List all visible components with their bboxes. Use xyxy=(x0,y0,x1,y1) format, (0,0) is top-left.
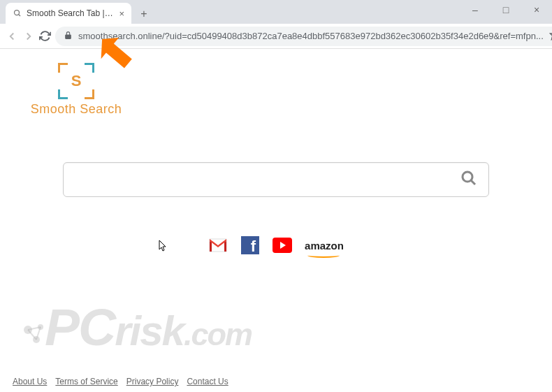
cursor-icon xyxy=(159,240,168,254)
youtube-link[interactable] xyxy=(273,235,292,255)
facebook-link[interactable] xyxy=(240,235,260,255)
search-container xyxy=(63,162,489,197)
search-icon xyxy=(13,8,22,18)
svg-point-9 xyxy=(33,336,40,343)
amazon-link[interactable]: amazon xyxy=(305,235,344,255)
svg-point-0 xyxy=(15,10,20,15)
reload-button[interactable] xyxy=(39,27,51,46)
svg-point-7 xyxy=(24,326,32,334)
footer-contact-link[interactable]: Contact Us xyxy=(187,377,228,386)
footer-privacy-link[interactable]: Privacy Policy xyxy=(126,377,179,386)
window-controls: – □ × xyxy=(460,0,552,20)
lock-icon xyxy=(64,31,73,42)
page-content: S Smooth Search amazon xyxy=(0,49,552,392)
arrow-icon xyxy=(98,32,140,74)
new-tab-button[interactable]: + xyxy=(134,4,154,24)
star-icon[interactable] xyxy=(549,29,552,43)
minimize-button[interactable]: – xyxy=(460,0,491,20)
svg-line-10 xyxy=(28,327,41,330)
maximize-button[interactable]: □ xyxy=(491,0,521,20)
footer: About Us Terms of Service Privacy Policy… xyxy=(13,377,228,386)
footer-about-link[interactable]: About Us xyxy=(13,377,47,386)
svg-point-5 xyxy=(463,172,472,182)
svg-line-1 xyxy=(19,15,21,17)
gmail-link[interactable] xyxy=(208,235,228,255)
url-text: smoothsearch.online/?uid=cd50499408d3b87… xyxy=(78,31,544,41)
browser-toolbar: smoothsearch.online/?uid=cd50499408d3b87… xyxy=(0,24,552,49)
quick-links: amazon xyxy=(14,235,538,255)
arrow-annotation xyxy=(98,32,140,77)
watermark-dots-icon xyxy=(21,320,49,348)
watermark: PCrisk.com xyxy=(21,297,252,357)
close-icon[interactable]: × xyxy=(119,8,124,19)
search-box xyxy=(63,162,489,197)
youtube-icon xyxy=(273,238,292,253)
search-button[interactable] xyxy=(460,170,477,189)
svg-line-11 xyxy=(28,330,36,340)
tab-bar: Smooth Search Tab | Search × + – □ × xyxy=(0,0,552,24)
footer-terms-link[interactable]: Terms of Service xyxy=(55,377,117,386)
tab-title: Smooth Search Tab | Search xyxy=(27,8,115,18)
facebook-icon xyxy=(241,236,259,254)
browser-tab[interactable]: Smooth Search Tab | Search × xyxy=(6,3,131,24)
gmail-icon xyxy=(209,238,227,252)
back-button[interactable] xyxy=(6,27,18,46)
close-button[interactable]: × xyxy=(521,0,552,20)
logo-icon: S xyxy=(58,63,94,99)
logo-text: Smooth Search xyxy=(31,102,122,117)
svg-point-8 xyxy=(38,324,43,330)
svg-line-6 xyxy=(471,180,475,184)
search-input[interactable] xyxy=(75,173,460,186)
svg-line-12 xyxy=(36,327,41,340)
forward-button[interactable] xyxy=(22,27,35,46)
